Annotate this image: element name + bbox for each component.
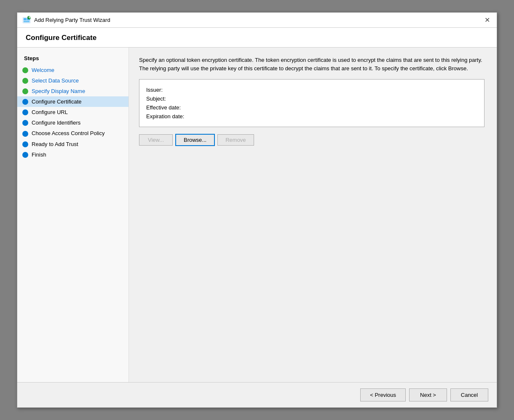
sidebar-item-specify-display-name[interactable]: Specify Display Name bbox=[17, 86, 128, 96]
sidebar-section-title: Steps bbox=[17, 53, 128, 65]
sidebar-item-configure-url: Configure URL bbox=[17, 107, 128, 117]
title-bar: + Add Relying Party Trust Wizard ✕ bbox=[17, 13, 497, 28]
cert-label-subject: Subject: bbox=[146, 96, 166, 102]
window-title: Add Relying Party Trust Wizard bbox=[34, 17, 110, 23]
cert-row-expiration-date: Expiration date: bbox=[146, 112, 477, 121]
sidebar: Steps Welcome Select Data Source Specify… bbox=[17, 48, 129, 382]
view-button[interactable]: View... bbox=[139, 134, 173, 146]
dot-select-data-source bbox=[22, 78, 28, 84]
cert-row-effective-date: Effective date: bbox=[146, 103, 477, 112]
footer: < Previous Next > Cancel bbox=[17, 382, 497, 407]
sidebar-label-welcome: Welcome bbox=[32, 67, 54, 73]
sidebar-item-welcome[interactable]: Welcome bbox=[17, 65, 128, 75]
cert-row-subject: Subject: bbox=[146, 94, 477, 103]
sidebar-item-configure-certificate: Configure Certificate bbox=[17, 96, 128, 107]
title-bar-left: + Add Relying Party Trust Wizard bbox=[22, 16, 110, 24]
sidebar-item-select-data-source[interactable]: Select Data Source bbox=[17, 75, 128, 86]
sidebar-label-specify-display-name: Specify Display Name bbox=[32, 88, 85, 94]
sidebar-item-finish: Finish bbox=[17, 149, 128, 160]
svg-rect-1 bbox=[24, 18, 27, 20]
cert-label-issuer: Issuer: bbox=[146, 87, 163, 93]
close-button[interactable]: ✕ bbox=[483, 17, 492, 24]
svg-text:+: + bbox=[28, 16, 31, 20]
wizard-window: + Add Relying Party Trust Wizard ✕ Confi… bbox=[17, 12, 497, 408]
main-content: Specify an optional token encryption cer… bbox=[129, 48, 497, 382]
sidebar-label-choose-access-control-policy: Choose Access Control Policy bbox=[32, 130, 104, 136]
sidebar-label-select-data-source: Select Data Source bbox=[32, 77, 79, 84]
page-header: Configure Certificate bbox=[17, 28, 497, 48]
dot-finish bbox=[22, 152, 28, 158]
dot-welcome bbox=[22, 67, 28, 73]
sidebar-item-ready-to-add-trust: Ready to Add Trust bbox=[17, 139, 128, 149]
dot-specify-display-name bbox=[22, 88, 28, 94]
sidebar-label-finish: Finish bbox=[32, 152, 46, 158]
sidebar-item-choose-access-control-policy: Choose Access Control Policy bbox=[17, 128, 128, 139]
description-text: Specify an optional token encryption cer… bbox=[139, 56, 485, 72]
sidebar-label-configure-identifiers: Configure Identifiers bbox=[32, 120, 80, 126]
cert-row-issuer: Issuer: bbox=[146, 85, 477, 94]
cert-label-effective-date: Effective date: bbox=[146, 104, 181, 111]
page-title: Configure Certificate bbox=[26, 34, 96, 42]
sidebar-label-configure-url: Configure URL bbox=[32, 109, 68, 115]
dot-configure-identifiers bbox=[22, 120, 28, 126]
dot-choose-access-control-policy bbox=[22, 131, 28, 137]
sidebar-label-configure-certificate: Configure Certificate bbox=[32, 98, 82, 105]
certificate-info-box: Issuer: Subject: Effective date: Expirat… bbox=[139, 79, 485, 127]
sidebar-item-configure-identifiers: Configure Identifiers bbox=[17, 117, 128, 128]
previous-button[interactable]: < Previous bbox=[360, 388, 406, 401]
sidebar-label-ready-to-add-trust: Ready to Add Trust bbox=[32, 141, 78, 147]
cert-button-row: View... Browse... Remove bbox=[139, 134, 487, 146]
window-icon: + bbox=[22, 16, 31, 24]
cancel-button[interactable]: Cancel bbox=[450, 388, 488, 401]
dot-configure-url bbox=[22, 109, 28, 115]
cert-label-expiration-date: Expiration date: bbox=[146, 113, 184, 120]
content-area: Steps Welcome Select Data Source Specify… bbox=[17, 48, 497, 382]
remove-button[interactable]: Remove bbox=[217, 134, 254, 146]
next-button[interactable]: Next > bbox=[409, 388, 447, 401]
browse-button[interactable]: Browse... bbox=[175, 134, 215, 146]
dot-configure-certificate bbox=[22, 99, 28, 105]
svg-rect-3 bbox=[24, 21, 29, 22]
dot-ready-to-add-trust bbox=[22, 141, 28, 147]
